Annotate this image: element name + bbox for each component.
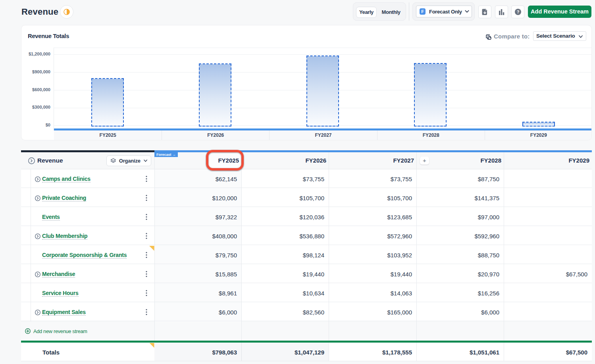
svg-text:?: ? <box>516 10 519 14</box>
